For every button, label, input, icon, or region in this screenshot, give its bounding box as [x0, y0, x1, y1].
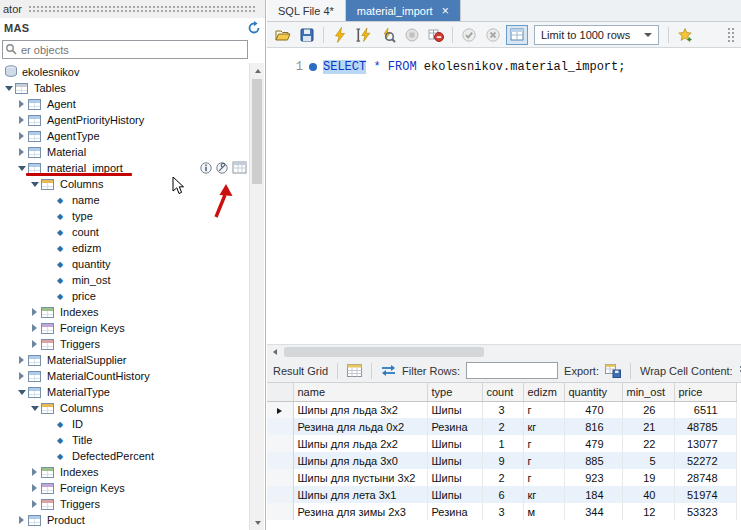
chevron-right-icon[interactable]: [29, 339, 40, 350]
chevron-right-icon[interactable]: [16, 355, 27, 366]
rollback-icon[interactable]: [482, 25, 504, 45]
grid-cell[interactable]: 5: [622, 452, 674, 469]
grid-column-header-price[interactable]: price: [674, 383, 736, 401]
grid-cell[interactable]: 52272: [674, 452, 736, 469]
grid-cell[interactable]: Шипы: [427, 452, 482, 469]
refresh-schemas-icon[interactable]: [247, 21, 261, 35]
tab-sql-file-4[interactable]: SQL File 4*: [267, 0, 346, 21]
chevron-down-icon[interactable]: [16, 387, 27, 398]
grid-cell[interactable]: Шипы: [427, 401, 482, 418]
commit-icon[interactable]: [458, 25, 480, 45]
table-inspector-icon[interactable]: [200, 162, 212, 174]
export-icon[interactable]: [605, 364, 621, 378]
grid-cell[interactable]: 13077: [674, 435, 736, 452]
grid-cell[interactable]: Шипы: [427, 469, 482, 486]
filter-rows-input[interactable]: [466, 362, 558, 379]
chevron-right-icon[interactable]: [16, 147, 27, 158]
tree-item-indexes[interactable]: Indexes: [0, 464, 249, 480]
tree-item-agenttype[interactable]: AgentType: [0, 128, 249, 144]
filter-objects-input[interactable]: [2, 40, 248, 59]
schema-node[interactable]: ekolesnikov: [0, 63, 265, 80]
tree-item-foreign-keys[interactable]: Foreign Keys: [0, 320, 249, 336]
grid-cell[interactable]: 53323: [674, 503, 736, 520]
tree-item-materialcounthistory[interactable]: MaterialCountHistory: [0, 368, 249, 384]
grid-cell[interactable]: кг: [523, 486, 564, 503]
chevron-right-icon[interactable]: [16, 131, 27, 142]
grid-cell[interactable]: Шипы: [427, 486, 482, 503]
grid-cell[interactable]: Шипы для пустыни 3x2: [293, 469, 427, 486]
chevron-right-icon[interactable]: [29, 499, 40, 510]
chevron-right-icon[interactable]: [16, 99, 27, 110]
execute-icon[interactable]: [329, 25, 351, 45]
panel-drag-handle[interactable]: [28, 5, 256, 14]
grid-cell[interactable]: Шипы для льда 3x0: [293, 452, 427, 469]
grid-cell[interactable]: 3: [482, 401, 523, 418]
chevron-right-icon[interactable]: [29, 307, 40, 318]
chevron-down-icon[interactable]: [3, 83, 14, 94]
grid-cell[interactable]: 12: [622, 503, 674, 520]
alter-table-icon[interactable]: [216, 162, 228, 174]
grid-cell[interactable]: 885: [564, 452, 622, 469]
grid-cell[interactable]: 21: [622, 418, 674, 435]
limit-dropdown[interactable]: Limit to 1000 rows: [534, 25, 659, 45]
tree-item-product[interactable]: Product: [0, 512, 249, 528]
grid-cell[interactable]: Шипы для лета 3x1: [293, 486, 427, 503]
grid-cell[interactable]: 6511: [674, 401, 736, 418]
grid-column-header-type[interactable]: type: [427, 383, 482, 401]
tree-item-tables[interactable]: Tables: [0, 80, 249, 96]
chevron-right-icon[interactable]: [29, 483, 40, 494]
grid-cell[interactable]: 6: [482, 486, 523, 503]
chevron-right-icon[interactable]: [16, 371, 27, 382]
tree-item-materialtype[interactable]: MaterialType: [0, 384, 249, 400]
navigator-scrollbar[interactable]: [249, 63, 264, 530]
tree-item-triggers[interactable]: Triggers: [0, 336, 249, 352]
grid-cell[interactable]: 2: [482, 469, 523, 486]
grid-column-header-edizm[interactable]: edizm: [523, 383, 564, 401]
grid-cell[interactable]: 51974: [674, 486, 736, 503]
tree-item-material[interactable]: Material: [0, 144, 249, 160]
grid-cell[interactable]: 28748: [674, 469, 736, 486]
row-selector[interactable]: [267, 435, 293, 452]
sql-code-editor[interactable]: 1 SELECT * FROM ekolesnikov.material_imp…: [267, 48, 741, 344]
row-selector[interactable]: [267, 469, 293, 486]
grid-cell[interactable]: 1: [482, 435, 523, 452]
grid-cell[interactable]: г: [523, 452, 564, 469]
grid-cell[interactable]: г: [523, 435, 564, 452]
grid-cell[interactable]: 2: [482, 418, 523, 435]
tree-item-quantity[interactable]: quantity: [0, 256, 249, 272]
tree-item-columns[interactable]: Columns: [0, 400, 249, 416]
result-grid-icon[interactable]: [347, 364, 362, 377]
grid-cell[interactable]: 22: [622, 435, 674, 452]
scroll-up-icon[interactable]: [250, 63, 265, 78]
grid-cell[interactable]: 923: [564, 469, 622, 486]
chevron-right-icon[interactable]: [29, 323, 40, 334]
grid-cell[interactable]: 184: [564, 486, 622, 503]
grid-cell[interactable]: 9: [482, 452, 523, 469]
scroll-left-icon[interactable]: [267, 345, 282, 359]
grid-cell[interactable]: Резина для льда 0x2: [293, 418, 427, 435]
row-selector[interactable]: [267, 418, 293, 435]
tree-item-defectedpercent[interactable]: DefectedPercent: [0, 448, 249, 464]
editor-h-scrollbar[interactable]: [267, 344, 741, 359]
grid-cell[interactable]: Шипы для льда 2x2: [293, 435, 427, 452]
tree-item-min-ost[interactable]: min_ost: [0, 272, 249, 288]
save-script-icon[interactable]: [296, 25, 318, 45]
chevron-down-icon[interactable]: [29, 179, 40, 190]
grid-column-header-min_ost[interactable]: min_ost: [622, 383, 674, 401]
grid-cell[interactable]: 344: [564, 503, 622, 520]
row-selector[interactable]: [267, 452, 293, 469]
tree-item-id[interactable]: ID: [0, 416, 249, 432]
row-selector[interactable]: [267, 503, 293, 520]
select-rows-icon[interactable]: [232, 161, 247, 174]
tree-item-price[interactable]: price: [0, 288, 249, 304]
grid-cell[interactable]: 479: [564, 435, 622, 452]
grid-cell[interactable]: 48785: [674, 418, 736, 435]
grid-cell[interactable]: м: [523, 503, 564, 520]
toggle-limit-icon[interactable]: [506, 25, 528, 45]
grid-cell[interactable]: г: [523, 401, 564, 418]
chevron-right-icon[interactable]: [29, 467, 40, 478]
tree-item-title[interactable]: Title: [0, 432, 249, 448]
grid-cell[interactable]: кг: [523, 418, 564, 435]
row-selector[interactable]: [267, 401, 293, 418]
stop-icon[interactable]: [401, 25, 423, 45]
